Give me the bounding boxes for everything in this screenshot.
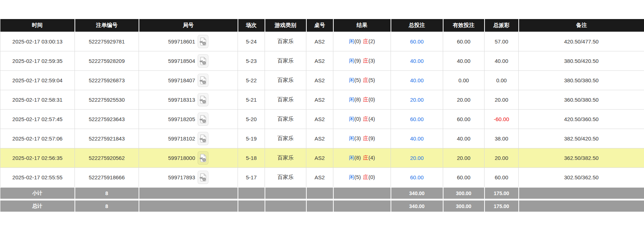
video-replay-button[interactable] [198,171,208,184]
total-bet-link[interactable]: 20.00 [410,97,424,103]
table-row[interactable]: 2025-02-17 02:59:35522275928209599718504… [0,51,644,71]
footer-empty-result [333,200,391,212]
cell-payout: 20.00 [485,90,519,110]
cell-session: 5-24 [238,32,265,51]
table-row[interactable]: 2025-02-17 02:55:55522275918666599717893… [0,168,644,188]
round-id-group: 599717893 [139,171,238,184]
cell-round-id: 599718000 [139,148,238,168]
remark-value: 360.50/380.50 [564,97,599,103]
total-bet-link[interactable]: 20.00 [410,155,424,161]
table-row[interactable]: 2025-02-17 03:00:13522275929781599718601… [0,32,644,51]
total-bet-link[interactable]: 60.00 [410,116,424,122]
round-id-value: 599718000 [168,155,195,161]
table-row[interactable]: 2025-02-17 02:57:45522275923643599718205… [0,110,644,129]
footer-count: 8 [75,200,139,212]
cell-time: 2025-02-17 02:55:55 [0,168,75,188]
table-row[interactable]: 2025-02-17 02:59:04522275926873599718407… [0,71,644,90]
table-row[interactable]: 2025-02-17 02:56:35522275920562599718000… [0,148,644,168]
cell-payout: -60.00 [485,110,519,129]
cell-bet-id: 522275929781 [75,32,139,51]
bet-id-value: 522275928209 [89,58,125,64]
cell-payout: 0.00 [485,71,519,90]
cell-round-id: 599718102 [139,129,238,148]
footer-label: 小计 [0,187,75,200]
header-row: 时间注单编号局号场次游戏类别桌号结果总投注有效投注总派彩备注 [0,19,644,32]
total-bet-link[interactable]: 40.00 [410,135,424,142]
cell-payout: 40.00 [485,51,519,71]
round-id-value: 599718102 [168,135,195,142]
footer-total-bet: 340.00 [391,200,443,212]
payout-value: -60.00 [494,116,509,122]
payout-value: 60.00 [495,174,508,180]
total-bet-link[interactable]: 40.00 [410,77,424,83]
result-player-label: 闲 [349,96,354,102]
cell-table-no: AS2 [306,168,333,188]
cell-remark: 302.50/362.50 [519,168,644,188]
cell-remark: 360.50/380.50 [519,90,644,110]
result-player-count: (5) [354,174,361,180]
footer-empty-table-no [306,200,333,212]
cell-bet-id: 522275925530 [75,90,139,110]
total-bet-link[interactable]: 60.00 [410,38,424,45]
bet-id-value: 522275920562 [89,155,125,161]
cell-round-id: 599718205 [139,110,238,129]
remark-value: 420.50/360.50 [564,116,599,122]
result-banker-count: (9) [369,135,375,141]
cell-game-type: 百家乐 [265,51,306,71]
game-type-value: 百家乐 [278,174,294,180]
cell-game-type: 百家乐 [265,129,306,148]
time-value: 2025-02-17 02:57:45 [12,116,62,122]
footer-label: 总计 [0,200,75,212]
remark-value: 380.50/420.50 [564,58,599,64]
table-row[interactable]: 2025-02-17 02:57:06522275921843599718102… [0,129,644,148]
footer-empty-round [139,187,238,200]
session-value: 5-22 [246,77,257,83]
video-replay-button[interactable] [198,93,208,106]
bet-id-value: 522275921843 [89,135,125,142]
payout-value: 20.00 [495,155,508,161]
time-value: 2025-02-17 03:00:13 [12,38,62,45]
result-banker-count: (2) [369,38,375,44]
cell-valid-bet: 60.00 [443,168,485,188]
result-banker-label: 庄 [363,135,369,141]
cell-total-bet: 40.00 [391,129,443,148]
footer-empty-session [238,187,265,200]
footer-row-subtotal: 小计8340.00300.00175.00 [0,187,644,200]
remark-value: 302.50/362.50 [564,174,599,180]
cell-result: 闲(5)庄(0) [333,168,391,188]
video-replay-button[interactable] [198,112,208,126]
video-replay-button[interactable] [198,151,208,165]
total-bet-link[interactable]: 40.00 [410,58,424,64]
cell-total-bet: 60.00 [391,168,443,188]
bet-history-table: 时间注单编号局号场次游戏类别桌号结果总投注有效投注总派彩备注 2025-02-1… [0,19,644,212]
video-replay-button[interactable] [198,74,208,87]
footer-valid-bet: 300.00 [443,200,485,212]
cell-total-bet: 60.00 [391,110,443,129]
bet-id-value: 522275925530 [89,97,125,103]
cell-session: 5-20 [238,110,265,129]
table-row[interactable]: 2025-02-17 02:58:31522275925530599718313… [0,90,644,110]
cell-table-no: AS2 [306,129,333,148]
video-replay-button[interactable] [198,35,208,48]
cell-total-bet: 20.00 [391,90,443,110]
game-type-value: 百家乐 [278,38,294,44]
session-value: 5-24 [246,38,257,45]
result-banker-count: (4) [369,116,375,122]
bet-id-value: 522275926873 [89,77,125,83]
table-no-value: AS2 [315,174,325,180]
footer-empty-game-type [265,200,306,212]
round-id-group: 599718102 [139,132,238,145]
cell-valid-bet: 20.00 [443,148,485,168]
column-header-payout: 总派彩 [485,19,519,32]
video-file-icon [199,95,207,104]
game-type-value: 百家乐 [278,96,294,102]
cell-round-id: 599717893 [139,168,238,188]
cell-remark: 380.50/420.50 [519,51,644,71]
video-file-icon [199,134,207,143]
video-replay-button[interactable] [198,132,208,145]
total-bet-link[interactable]: 60.00 [410,174,424,180]
cell-valid-bet: 60.00 [443,32,485,51]
video-replay-button[interactable] [198,54,208,68]
cell-total-bet: 40.00 [391,71,443,90]
cell-time: 2025-02-17 02:57:06 [0,129,75,148]
